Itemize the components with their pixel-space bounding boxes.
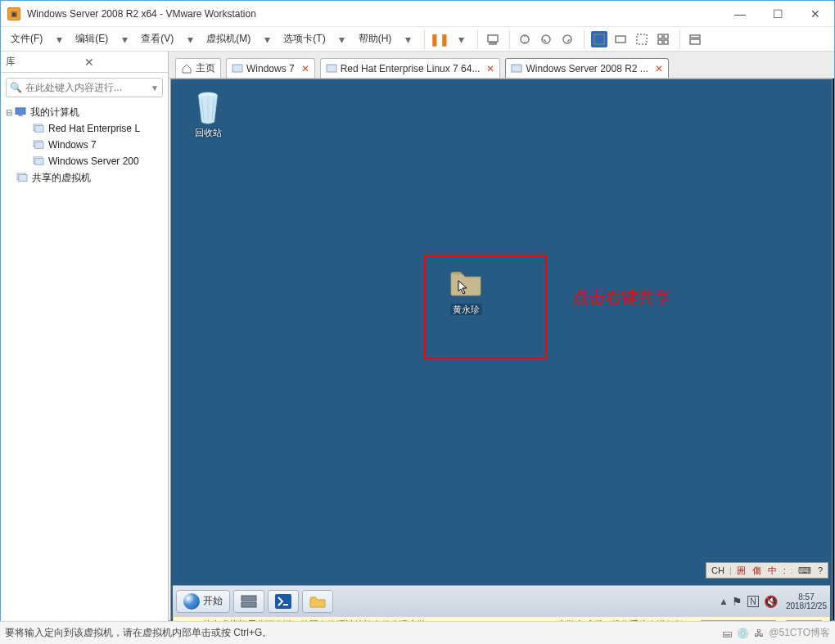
annotation-text: 点击右键共享	[572, 286, 670, 308]
minimize-button[interactable]: —	[721, 1, 759, 26]
library-search[interactable]: 🔍 ▼	[6, 78, 163, 97]
ime-icon-1[interactable]: 囲	[735, 565, 747, 577]
menu-view-dropdown-icon[interactable]: ▾	[182, 31, 198, 47]
lang-indicator[interactable]: CH	[710, 565, 726, 575]
svg-rect-28	[241, 596, 256, 601]
tray-volume-icon[interactable]: 🔇	[764, 595, 778, 608]
sidebar-close-icon[interactable]: ✕	[81, 56, 163, 69]
guest-taskbar: 开始 ▲ ⚑ 🄽	[173, 585, 830, 616]
home-icon	[181, 63, 192, 74]
svg-rect-24	[232, 65, 242, 72]
svg-rect-23	[19, 175, 27, 182]
tray-flag-icon[interactable]: ⚑	[732, 595, 742, 608]
ime-icon-2[interactable]: 傷	[751, 565, 763, 577]
power-controls: ❚❚ ▾	[424, 29, 469, 49]
menu-tabs-dropdown-icon[interactable]: ▾	[334, 31, 350, 47]
ime-icon-3[interactable]: 中	[766, 565, 779, 577]
tab-close-icon[interactable]: ✕	[486, 63, 494, 74]
svg-rect-25	[327, 65, 336, 72]
tree-item-winserver[interactable]: Windows Server 200	[2, 153, 166, 169]
ime-kb-icon[interactable]: ⌨	[797, 565, 813, 576]
start-button[interactable]: 开始	[176, 590, 230, 613]
tab-close-icon[interactable]: ✕	[301, 63, 309, 74]
svg-rect-9	[664, 34, 668, 38]
tab-rhel[interactable]: Red Hat Enterprise Linux 7 64... ✕	[320, 58, 501, 78]
shared-vm-icon	[16, 172, 29, 183]
svg-rect-12	[690, 35, 700, 38]
menu-vm-dropdown-icon[interactable]: ▾	[259, 31, 275, 47]
menu-help-dropdown-icon[interactable]: ▾	[399, 31, 416, 47]
guest-desktop[interactable]: 回收站 黄永珍	[170, 79, 833, 644]
console-view-icon[interactable]	[655, 31, 671, 47]
pause-icon[interactable]: ❚❚	[431, 31, 448, 47]
snapshot-revert-icon[interactable]	[538, 31, 554, 47]
vmware-window: ▣ Windows Server 2008 R2 x64 - VMware Wo…	[0, 0, 835, 621]
unity-icon[interactable]	[612, 31, 629, 47]
tree-root[interactable]: ⊟ 我的计算机	[2, 104, 166, 120]
svg-point-4	[563, 35, 571, 43]
vm-tab-icon	[511, 63, 522, 74]
tray-show-hidden-icon[interactable]: ▲	[719, 596, 729, 607]
system-tray: ▲ ⚑ 🄽 🔇 8:57 2018/12/25	[719, 592, 827, 610]
thumbnail-bar-icon[interactable]	[687, 31, 703, 47]
tree-root-label: 我的计算机	[30, 106, 79, 119]
folder-label: 黄永珍	[433, 304, 499, 316]
vm-tab-icon	[326, 63, 337, 74]
pinned-powershell[interactable]	[268, 590, 299, 613]
tab-home[interactable]: 主页	[175, 58, 221, 78]
tab-winserver[interactable]: Windows Server 2008 R2 ... ✕	[505, 58, 668, 78]
ime-help-icon[interactable]: ?	[816, 565, 824, 575]
tree-collapse-icon[interactable]: ⊟	[4, 108, 14, 117]
menu-file[interactable]: 文件(F)	[6, 29, 47, 49]
device-hdd-icon[interactable]: 🖴	[722, 628, 732, 639]
device-network-icon[interactable]: 🖧	[754, 628, 764, 639]
fullscreen-icon[interactable]	[591, 31, 607, 47]
search-input[interactable]	[25, 82, 151, 93]
start-orb-icon	[183, 593, 200, 610]
computer-icon	[14, 106, 27, 118]
snapshot-manager-icon[interactable]	[559, 31, 575, 47]
sidebar-header: 库 ✕	[1, 52, 168, 73]
tree-shared[interactable]: 共享的虚拟机	[2, 169, 166, 186]
svg-rect-15	[18, 115, 22, 116]
tray-network-icon[interactable]: 🄽	[747, 595, 759, 608]
start-label: 开始	[203, 594, 223, 608]
pinned-server-manager[interactable]	[233, 590, 264, 613]
svg-rect-14	[16, 108, 25, 115]
snapshot-icon[interactable]	[517, 31, 533, 47]
app-icon: ▣	[7, 7, 20, 20]
tree-item-redhat[interactable]: Red Hat Enterprise L	[2, 120, 166, 137]
send-ctrl-alt-del-icon[interactable]	[485, 31, 501, 47]
menu-edit[interactable]: 编辑(E)	[70, 29, 113, 49]
power-dropdown-icon[interactable]: ▾	[453, 31, 469, 47]
svg-rect-19	[35, 142, 43, 149]
device-cd-icon[interactable]: 💿	[737, 628, 749, 639]
menu-help[interactable]: 帮助(H)	[354, 29, 397, 49]
svg-rect-6	[616, 36, 625, 43]
library-sidebar: 库 ✕ 🔍 ▼ ⊟ 我的计算机 Red Hat Enterprise L	[1, 52, 169, 644]
ime-punct-mode[interactable]: :	[782, 565, 788, 575]
maximize-button[interactable]: ☐	[759, 1, 797, 26]
menu-file-dropdown-icon[interactable]: ▾	[51, 31, 67, 47]
watermark-text: @51CTO博客	[769, 626, 830, 640]
search-dropdown-icon[interactable]: ▼	[151, 83, 159, 92]
tab-win7[interactable]: Windows 7 ✕	[226, 58, 315, 78]
ime-language-bar[interactable]: CH | 囲 傷 中 : : ⌨ ?	[706, 562, 828, 579]
tree-item-win7[interactable]: Windows 7	[2, 137, 166, 153]
menu-tabs[interactable]: 选项卡(T)	[278, 29, 330, 49]
tab-close-icon[interactable]: ✕	[655, 63, 663, 74]
title-bar: ▣ Windows Server 2008 R2 x64 - VMware Wo…	[1, 1, 834, 27]
search-icon: 🔍	[10, 82, 22, 93]
menu-vm[interactable]: 虚拟机(M)	[201, 29, 255, 49]
taskbar-clock[interactable]: 8:57 2018/12/25	[786, 592, 827, 610]
recycle-bin[interactable]: 回收站	[179, 91, 237, 139]
toolbar-misc	[477, 29, 501, 49]
stretch-icon[interactable]	[634, 31, 650, 47]
vm-icon	[32, 123, 45, 134]
close-button[interactable]: ✕	[797, 1, 834, 26]
svg-rect-1	[490, 43, 496, 44]
menu-view[interactable]: 查看(V)	[136, 29, 178, 49]
pinned-explorer[interactable]	[302, 590, 333, 613]
menu-edit-dropdown-icon[interactable]: ▾	[116, 31, 133, 47]
library-tree: ⊟ 我的计算机 Red Hat Enterprise L Windows 7 W…	[1, 102, 168, 187]
